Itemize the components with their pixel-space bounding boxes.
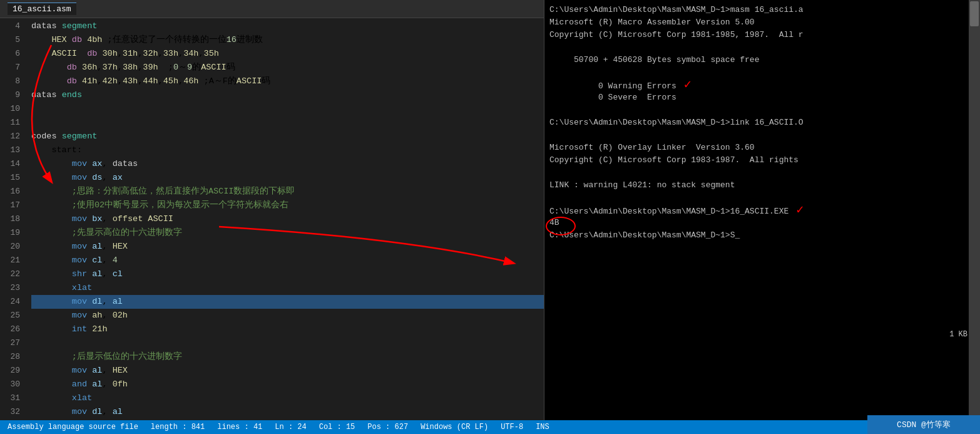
scrollbar-thumb[interactable] xyxy=(970,1,979,26)
editor-panel: 16_ascii.asm 456789101112131415161718192… xyxy=(0,0,544,420)
terminal-line: C:\Users\Admin\Desktop\Masm\MASM_D~1>mas… xyxy=(549,4,964,16)
line-number: 26 xyxy=(0,323,20,336)
line-number: 29 xyxy=(0,364,20,378)
code-line: ;使用02中断号显示，因为每次显示一个字符光标就会右 xyxy=(31,199,544,212)
code-line: db 41h,42h,43h,44h,45h,46h ;A～F的ASCII码 xyxy=(31,75,544,88)
line-number: 5 xyxy=(0,33,20,47)
line-number: 32 xyxy=(0,405,20,419)
code-line: int 21h xyxy=(31,323,544,336)
code-line: mov dl, al xyxy=(31,295,544,309)
terminal-line: 0 Warning Errors ✓ xyxy=(549,79,964,91)
line-number: 23 xyxy=(0,281,20,295)
line-number: 9 xyxy=(0,88,20,102)
line-number: 6 xyxy=(0,47,20,61)
line-numbers: 4567891011121314151617181920212223242526… xyxy=(0,18,25,420)
line-number: 7 xyxy=(0,61,20,75)
code-line: start: xyxy=(31,143,544,157)
code-line xyxy=(31,116,544,130)
pos-status: Pos : 627 xyxy=(367,423,408,431)
terminal-line xyxy=(549,192,964,204)
code-line: HEX db 4bh ;任意设定了一个待转换的一位16进制数 xyxy=(31,33,544,47)
line-number: 27 xyxy=(0,336,20,350)
terminal-line: Copyright (C) Microsoft Corp 1981-1985, … xyxy=(549,29,964,41)
tab-file[interactable]: 16_ascii.asm xyxy=(8,3,76,15)
lines-status: lines : 41 xyxy=(217,423,262,431)
code-line: mov bx, offset ASCII xyxy=(31,212,544,226)
code-line: ;思路：分割高低位，然后直接作为ASCII数据段的下标即 xyxy=(31,185,544,199)
code-line: shr al, cl xyxy=(31,267,544,281)
code-line: and al, 0fh xyxy=(31,378,544,391)
code-line: db 36h,37h,38h,39h ;0～9的ASCII码 xyxy=(31,61,544,75)
terminal-line xyxy=(549,66,964,79)
line-number: 19 xyxy=(0,226,20,240)
terminal-circle-annotation xyxy=(546,217,576,235)
line-number: 8 xyxy=(0,75,20,88)
code-line: xlat xyxy=(31,281,544,295)
line-number: 21 xyxy=(0,254,20,267)
ins-status: INS xyxy=(536,423,549,431)
line-number: 10 xyxy=(0,102,20,116)
terminal-line xyxy=(549,41,964,54)
size-label: 1 KB xyxy=(949,330,967,339)
line-number: 18 xyxy=(0,212,20,226)
line-number: 22 xyxy=(0,267,20,281)
code-line: mov ah, 02h xyxy=(31,309,544,323)
main-container: 16_ascii.asm 456789101112131415161718192… xyxy=(0,0,980,420)
code-line: mov cl, 4 xyxy=(31,254,544,267)
terminal-line xyxy=(549,129,964,142)
code-line: xlat xyxy=(31,391,544,405)
right-panel: C:\Users\Admin\Desktop\Masm\MASM_D~1>mas… xyxy=(544,0,980,420)
line-number: 28 xyxy=(0,350,20,364)
file-type-status: Assembly language source file xyxy=(8,423,138,431)
code-line: datas segment xyxy=(31,19,544,33)
terminal-line: 4B xyxy=(549,217,964,229)
terminal-panel: C:\Users\Admin\Desktop\Masm\MASM_D~1>mas… xyxy=(544,0,969,420)
check-mark-2: ✓ xyxy=(789,203,804,217)
code-line: mov dl, al xyxy=(31,405,544,419)
terminal-wrapper: C:\Users\Admin\Desktop\Masm\MASM_D~1>mas… xyxy=(544,0,980,420)
line-number: 4 xyxy=(0,19,20,33)
terminal-line: 50700 + 450628 Bytes symbol space free xyxy=(549,54,964,66)
terminal-line: C:\Users\Admin\Desktop\Masm\MASM_D~1>S_ xyxy=(549,229,964,242)
terminal-line: Copyright (C) Microsoft Corp 1983-1987. … xyxy=(549,154,964,167)
line-number: 20 xyxy=(0,240,20,254)
editor-tab[interactable]: 16_ascii.asm xyxy=(0,0,544,18)
line-number: 30 xyxy=(0,378,20,391)
line-number: 17 xyxy=(0,199,20,212)
terminal-line: 0 Severe Errors xyxy=(549,91,964,104)
code-line: mov ax, datas xyxy=(31,157,544,171)
code-line: mov ds, ax xyxy=(31,171,544,185)
col-status: Col : 15 xyxy=(319,423,355,431)
line-number: 13 xyxy=(0,143,20,157)
code-line xyxy=(31,102,544,116)
terminal-scrollbar[interactable] xyxy=(969,0,980,420)
line-number: 24 xyxy=(0,295,20,309)
terminal-line: LINK : warning L4021: no stack segment xyxy=(549,179,964,192)
terminal-line xyxy=(549,167,964,179)
ln-status: Ln : 24 xyxy=(275,423,306,431)
line-number: 25 xyxy=(0,309,20,323)
code-line: codes segment xyxy=(31,130,544,143)
line-number: 16 xyxy=(0,185,20,199)
code-line: ASCII db 30h,31h,32h,33h,34h,35h xyxy=(31,47,544,61)
terminal-line: Microsoft (R) Macro Assembler Version 5.… xyxy=(549,16,964,29)
terminal-line: C:\Users\Admin\Desktop\Masm\MASM_D~1>16_… xyxy=(549,204,964,217)
terminal-line: Microsoft (R) Overlay Linker Version 3.6… xyxy=(549,142,964,154)
code-line: ;后显示低位的十六进制数字 xyxy=(31,350,544,364)
code-line: ;先显示高位的十六进制数字 xyxy=(31,226,544,240)
line-number: 15 xyxy=(0,171,20,185)
code-line: datas ends xyxy=(31,88,544,102)
terminal-line: C:\Users\Admin\Desktop\Masm\MASM_D~1>lin… xyxy=(549,116,964,129)
status-bar: Assembly language source file length : 8… xyxy=(0,420,980,434)
line-number: 31 xyxy=(0,391,20,405)
check-mark-1: ✓ xyxy=(676,78,692,92)
line-number: 14 xyxy=(0,157,20,171)
length-status: length : 841 xyxy=(151,423,205,431)
line-number: 11 xyxy=(0,116,20,130)
terminal-line xyxy=(549,104,964,116)
code-line: mov al, HEX xyxy=(31,364,544,378)
code-line: mov al, HEX xyxy=(31,240,544,254)
line-number: 12 xyxy=(0,130,20,143)
code-content: datas segment HEX db 4bh ;任意设定了一个待转换的一位1… xyxy=(25,18,544,420)
csdn-watermark: CSDN @竹等寒 xyxy=(867,415,980,434)
